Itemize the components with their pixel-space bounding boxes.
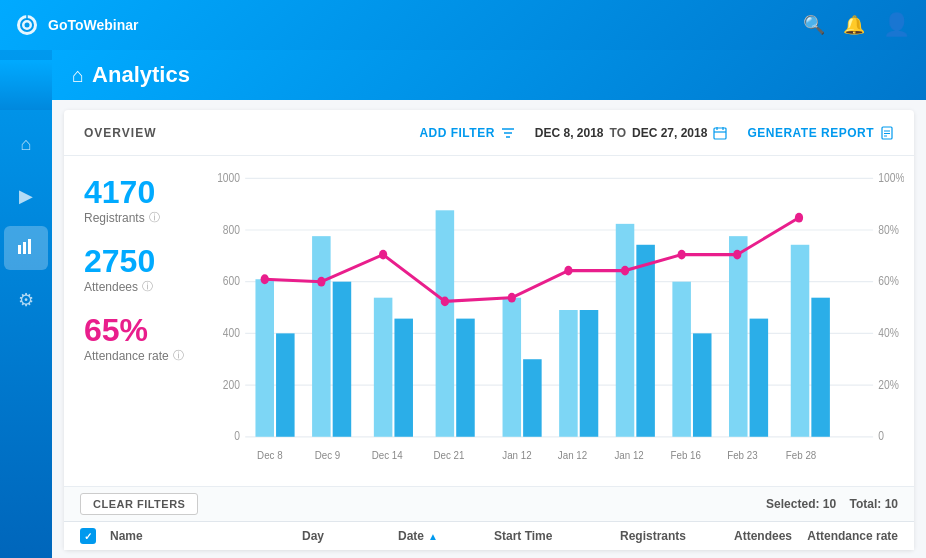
trend-dot-jan12a [508,293,516,303]
trend-dot-feb16 [678,250,686,260]
bar-attendees-jan12b [580,310,599,437]
bar-registrants-dec21 [436,210,455,436]
trend-dot-jan12c [621,266,629,276]
bar-registrants-feb23 [729,236,748,437]
selected-count: 10 [823,497,836,511]
svg-text:0: 0 [234,430,240,443]
th-registrants: Registrants [590,529,696,543]
sort-asc-icon: ▲ [428,531,438,542]
calendar-icon[interactable] [713,126,727,140]
bar-attendees-jan12a [523,359,542,437]
svg-text:80%: 80% [878,223,899,236]
bar-attendees-dec9 [333,282,352,437]
sidebar-item-analytics[interactable] [4,226,48,270]
bar-registrants-dec8 [255,279,274,437]
bar-attendees-feb28 [811,298,830,437]
filter-icon [501,126,515,140]
registrants-label: Registrants ⓘ [84,210,204,225]
sidebar-item-home[interactable]: ⌂ [4,122,48,166]
th-day: Day [302,529,398,543]
attendance-rate-info-icon[interactable]: ⓘ [173,348,184,363]
attendees-label: Attendees ⓘ [84,279,204,294]
main-layout: ⌂ ▶ ⚙ ⌂ Analytics OVERVIEW ADD [0,50,926,558]
bar-attendees-dec8 [276,333,295,436]
svg-text:Jan 12: Jan 12 [614,448,643,461]
svg-text:Dec 21: Dec 21 [434,448,465,461]
clear-filters-button[interactable]: CLEAR FILTERS [80,493,198,515]
bar-attendees-jan12c [636,245,655,437]
sidebar-item-video[interactable]: ▶ [4,174,48,218]
generate-report-label: GENERATE REPORT [747,126,874,140]
svg-text:Feb 16: Feb 16 [671,448,701,461]
svg-text:40%: 40% [878,326,899,339]
svg-point-2 [25,23,30,28]
trend-dot-dec8 [261,274,269,284]
trend-dot-dec21 [441,296,449,306]
total-label: Total: [850,497,882,511]
selected-label: Selected: [766,497,819,511]
add-filter-button[interactable]: ADD FILTER [419,126,514,140]
bar-registrants-jan12a [503,298,522,437]
bar-registrants-feb28 [791,245,810,437]
bell-icon[interactable]: 🔔 [843,14,865,36]
svg-rect-6 [28,239,31,254]
svg-text:800: 800 [223,223,240,236]
trend-dot-feb28 [795,213,803,223]
th-attendees: Attendees [696,529,802,543]
th-date[interactable]: Date ▲ [398,529,494,543]
trend-dot-jan12b [564,266,572,276]
svg-text:60%: 60% [878,275,899,288]
registrants-info-icon[interactable]: ⓘ [149,210,160,225]
toolbar: OVERVIEW ADD FILTER DEC 8, 2018 TO DEC 2… [64,110,914,156]
main-area: ⌂ Analytics OVERVIEW ADD FILTER DEC 8, 2… [52,50,926,558]
svg-text:Dec 9: Dec 9 [315,448,341,461]
table-header: ✓ Name Day Date ▲ Start Time Registrants… [64,521,914,550]
goto-logo-icon [16,14,38,36]
trend-dot-dec14 [379,250,387,260]
chart-svg: 1000 800 600 400 200 0 100% 80% 60% 40% … [204,166,904,486]
svg-text:0: 0 [878,430,884,443]
svg-text:Jan 12: Jan 12 [502,448,531,461]
svg-text:600: 600 [223,275,240,288]
svg-text:1000: 1000 [217,171,240,184]
sidebar: ⌂ ▶ ⚙ [0,50,52,558]
selection-info: Selected: 10 Total: 10 [766,497,898,511]
svg-text:Dec 8: Dec 8 [257,448,283,461]
attendees-info-icon[interactable]: ⓘ [142,279,153,294]
chart-area: 4170 Registrants ⓘ 2750 Attendees ⓘ [64,156,914,486]
select-all-checkbox[interactable]: ✓ [80,528,96,544]
bar-attendees-feb23 [750,319,769,437]
sidebar-item-settings[interactable]: ⚙ [4,278,48,322]
registrants-stat: 4170 Registrants ⓘ [84,176,204,225]
svg-rect-5 [23,242,26,254]
registrants-value: 4170 [84,176,204,208]
svg-text:20%: 20% [878,378,899,391]
bar-chart: 1000 800 600 400 200 0 100% 80% 60% 40% … [204,166,904,486]
bottom-toolbar: CLEAR FILTERS Selected: 10 Total: 10 [64,486,914,521]
date-to: DEC 27, 2018 [632,126,707,140]
overview-label: OVERVIEW [84,126,156,140]
svg-rect-10 [714,128,726,139]
th-name: Name [110,529,302,543]
bar-attendees-feb16 [693,333,712,436]
analytics-header: ⌂ Analytics [52,50,926,100]
svg-text:200: 200 [223,378,240,391]
bar-registrants-jan12c [616,224,635,437]
th-start-time: Start Time [494,529,590,543]
bar-registrants-dec9 [312,236,331,437]
generate-report-button[interactable]: GENERATE REPORT [747,126,894,140]
search-icon[interactable]: 🔍 [803,14,825,36]
report-icon [880,126,894,140]
attendance-rate-label: Attendance rate ⓘ [84,348,204,363]
bar-registrants-feb16 [672,282,691,437]
avatar-icon[interactable]: 👤 [883,12,910,38]
add-filter-label: ADD FILTER [419,126,494,140]
svg-text:Feb 28: Feb 28 [786,448,816,461]
logo-area: GoToWebinar [16,14,138,36]
svg-text:Jan 12: Jan 12 [558,448,587,461]
logo-text: GoToWebinar [48,17,138,33]
trend-dot-feb23 [733,250,741,260]
analytics-icon [17,237,35,260]
page-title: Analytics [92,62,190,88]
attendees-stat: 2750 Attendees ⓘ [84,245,204,294]
